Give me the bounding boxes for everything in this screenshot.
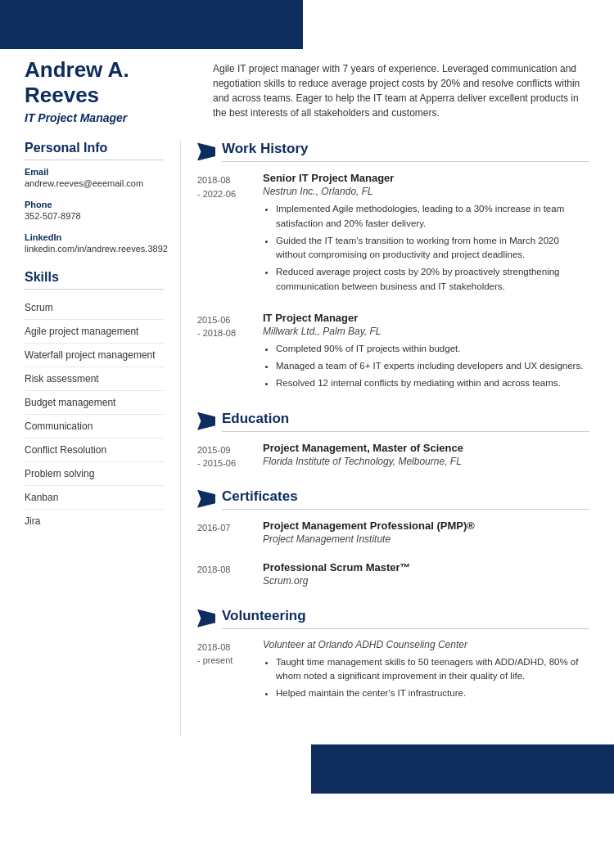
phone-value: 352-507-8978 [25,211,164,221]
certificates-header: Certificates [197,488,589,510]
skill-item: Waterfall project management [25,344,164,367]
volunteering-title: Volunteering [222,608,589,629]
skill-item: Communication [25,415,164,438]
volunteering-section: Volunteering 2018-08 - presentVolunteer … [197,608,589,704]
bottom-bar-decoration [311,744,614,794]
vol-bullet-item: Taught time management skills to 50 teen… [276,655,589,684]
bullet-item: Guided the IT team's transition to worki… [276,234,589,263]
edu-content: Project Management, Master of ScienceFlo… [263,442,589,472]
email-item: Email andrew.reeves@eeemail.com [25,167,164,188]
resume-document: Andrew A. Reeves IT Project Manager Agil… [0,0,614,868]
work-history-section: Work History 2018-08 - 2022-06Senior IT … [197,141,589,394]
email-value: andrew.reeves@eeemail.com [25,178,164,188]
vol-title: Volunteer at Orlando ADHD Counseling Cen… [263,639,589,650]
cert-issuer: Project Management Institute [263,533,589,545]
skill-item: Kanban [25,486,164,510]
edu-title: Project Management, Master of Science [263,442,589,454]
certificates-title: Certificates [222,488,589,510]
candidate-title: IT Project Manager [25,111,188,124]
linkedin-value: linkedin.com/in/andrew.reeves.3892 [25,244,164,254]
education-header: Education [197,411,589,432]
vol-date: 2018-08 - present [197,639,251,704]
skills-title: Skills [25,270,164,290]
entry-content: IT Project ManagerMillwark Ltd., Palm Ba… [263,312,589,394]
cert-content: Professional Scrum Master™Scrum.org [263,561,589,591]
work-history-title: Work History [222,141,589,162]
skill-item: Agile project management [25,320,164,344]
cert-content: Project Management Professional (PMP)®Pr… [263,519,589,550]
candidate-name: Andrew A. Reeves [25,57,188,108]
skills-section: Skills ScrumAgile project managementWate… [25,270,164,533]
entry-company: Millwark Ltd., Palm Bay, FL [263,326,589,337]
volunteering-entries-container: 2018-08 - presentVolunteer at Orlando AD… [197,639,589,704]
skill-item: Risk assessment [25,367,164,391]
linkedin-label: LinkedIn [25,232,164,242]
bullet-item: Implemented Agile methodologies, leading… [276,202,589,231]
cert-date: 2016-07 [197,519,251,550]
work-entry: 2015-06 - 2018-08IT Project ManagerMillw… [197,312,589,394]
header-summary: Agile IT project manager with 7 years of… [213,57,589,124]
left-column: Personal Info Email andrew.reeves@eeemai… [0,141,180,736]
education-entry: 2015-09 - 2015-06Project Management, Mas… [197,442,589,472]
work-entries-container: 2018-08 - 2022-06Senior IT Project Manag… [197,172,589,394]
certificate-entry: 2016-07Project Management Professional (… [197,519,589,550]
volunteering-entry: 2018-08 - presentVolunteer at Orlando AD… [197,639,589,704]
bullet-item: Completed 90% of IT projects within budg… [276,342,589,356]
certificates-entries-container: 2016-07Project Management Professional (… [197,519,589,591]
entry-bullets: Completed 90% of IT projects within budg… [263,342,589,391]
entry-date: 2018-08 - 2022-06 [197,172,251,297]
certificate-entry: 2018-08Professional Scrum Master™Scrum.o… [197,561,589,591]
work-history-icon [197,142,215,160]
header-section: Andrew A. Reeves IT Project Manager Agil… [0,49,614,141]
entry-title: IT Project Manager [263,312,589,324]
bullet-item: Resolved 12 internal conflicts by mediat… [276,376,589,390]
vol-bullets: Taught time management skills to 50 teen… [263,655,589,701]
personal-info-section: Personal Info Email andrew.reeves@eeemai… [25,141,164,254]
cert-date: 2018-08 [197,561,251,591]
certificates-icon [197,490,215,508]
bullet-item: Managed a team of 6+ IT experts includin… [276,359,589,373]
skill-item: Conflict Resolution [25,438,164,462]
right-column: Work History 2018-08 - 2022-06Senior IT … [180,141,614,736]
edu-institution: Florida Institute of Technology, Melbour… [263,456,589,467]
entry-title: Senior IT Project Manager [263,172,589,184]
work-history-header: Work History [197,141,589,162]
volunteering-header: Volunteering [197,608,589,629]
skill-item: Problem solving [25,462,164,486]
cert-title: Project Management Professional (PMP)® [263,519,589,532]
education-entries-container: 2015-09 - 2015-06Project Management, Mas… [197,442,589,472]
cert-issuer: Scrum.org [263,575,589,587]
bullet-item: Reduced average project costs by 20% by … [276,265,589,294]
skill-item: Budget management [25,391,164,415]
education-title: Education [222,411,589,432]
entry-content: Senior IT Project ManagerNestrun Inc., O… [263,172,589,297]
email-label: Email [25,167,164,177]
certificates-section: Certificates 2016-07Project Management P… [197,488,589,591]
phone-label: Phone [25,200,164,209]
entry-company: Nestrun Inc., Orlando, FL [263,186,589,197]
work-entry: 2018-08 - 2022-06Senior IT Project Manag… [197,172,589,297]
phone-item: Phone 352-507-8978 [25,200,164,221]
vol-content: Volunteer at Orlando ADHD Counseling Cen… [263,639,589,704]
main-body: Personal Info Email andrew.reeves@eeemai… [0,141,614,736]
skill-item: Jira [25,510,164,533]
cert-title: Professional Scrum Master™ [263,561,589,573]
education-icon [197,412,215,430]
skills-list: ScrumAgile project managementWaterfall p… [25,296,164,533]
top-bar-decoration [0,0,303,49]
volunteering-icon [197,609,215,627]
education-section: Education 2015-09 - 2015-06Project Manag… [197,411,589,472]
linkedin-item: LinkedIn linkedin.com/in/andrew.reeves.3… [25,232,164,254]
vol-bullet-item: Helped maintain the center's IT infrastr… [276,686,589,700]
entry-bullets: Implemented Agile methodologies, leading… [263,202,589,294]
edu-date: 2015-09 - 2015-06 [197,442,251,472]
entry-date: 2015-06 - 2018-08 [197,312,251,394]
personal-info-title: Personal Info [25,141,164,160]
header-left: Andrew A. Reeves IT Project Manager [25,57,188,124]
skill-item: Scrum [25,296,164,320]
